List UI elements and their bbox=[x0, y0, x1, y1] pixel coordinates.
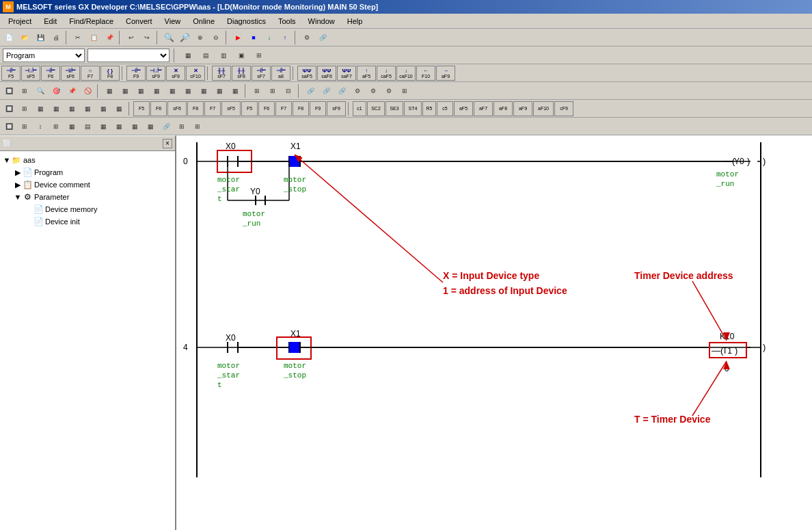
tb3-8[interactable]: ▦ bbox=[111, 101, 126, 116]
tb2-1[interactable]: 🔲 bbox=[1, 83, 16, 98]
zoom-in-button[interactable]: ⊕ bbox=[193, 30, 208, 45]
fkey-saf6[interactable]: ΨΨsaF6 bbox=[317, 66, 336, 81]
find-button[interactable]: 🔍 bbox=[161, 30, 176, 45]
fkey-sf7[interactable]: ╫╫sF7 bbox=[212, 66, 231, 81]
write-button[interactable]: ↓ bbox=[262, 30, 277, 45]
tb3-fkey3[interactable]: sF6 bbox=[167, 101, 187, 116]
fkey-f8[interactable]: { }F8 bbox=[100, 66, 120, 81]
monitor-stop-button[interactable]: ■ bbox=[246, 30, 261, 45]
menu-tools[interactable]: Tools bbox=[273, 16, 301, 27]
tb3-3[interactable]: ▦ bbox=[33, 101, 48, 116]
tb3-fkey10[interactable]: F8 bbox=[293, 101, 309, 116]
tree-item-parameter[interactable]: ▼ ⚙ Parameter bbox=[14, 191, 172, 203]
tb2-19[interactable]: 🔗 bbox=[303, 83, 318, 98]
tb2-22[interactable]: ⚙ bbox=[350, 83, 365, 98]
tb3-cf9[interactable]: cF9 bbox=[554, 101, 573, 116]
tb3-fkey5[interactable]: F7 bbox=[204, 101, 221, 116]
tb3-fkey6[interactable]: sF5 bbox=[221, 101, 241, 116]
menu-help[interactable]: Help bbox=[342, 16, 368, 27]
tb3-af8[interactable]: aF8 bbox=[493, 101, 513, 116]
tree-expand-parameter[interactable]: ▼ bbox=[14, 193, 22, 201]
tb2-14[interactable]: ▦ bbox=[212, 83, 227, 98]
prog-btn5[interactable]: ⊞ bbox=[252, 48, 267, 63]
tb3-af5[interactable]: aF5 bbox=[454, 101, 473, 116]
tb3-1[interactable]: 🔲 bbox=[1, 101, 16, 116]
program-dropdown[interactable]: Program bbox=[3, 49, 85, 62]
tb3-st4[interactable]: ST4 bbox=[404, 101, 422, 116]
tb2-15[interactable]: ▦ bbox=[228, 83, 243, 98]
redo-button[interactable]: ↪ bbox=[139, 30, 154, 45]
tb4-1[interactable]: 🔲 bbox=[1, 119, 16, 134]
tb3-2[interactable]: ⊞ bbox=[17, 101, 32, 116]
fkey-saf7[interactable]: ΨΨsaF7 bbox=[337, 66, 356, 81]
monitor-start-button[interactable]: ▶ bbox=[230, 30, 245, 45]
tb2-11[interactable]: ▦ bbox=[165, 83, 180, 98]
tb3-fkey12[interactable]: sF9 bbox=[327, 101, 346, 116]
prog-btn1[interactable]: ▦ bbox=[180, 48, 195, 63]
tb2-24[interactable]: ⚙ bbox=[381, 83, 396, 98]
tb2-25[interactable]: ⊞ bbox=[397, 83, 412, 98]
fkey-sf9[interactable]: ⊣↓⊢sF9 bbox=[146, 66, 165, 81]
tb2-21[interactable]: 🔗 bbox=[334, 83, 349, 98]
tb2-6[interactable]: 🚫 bbox=[80, 83, 95, 98]
tb3-fkey9[interactable]: F7 bbox=[275, 101, 292, 116]
prog-btn3[interactable]: ▥ bbox=[216, 48, 231, 63]
tb3-c1[interactable]: c1 bbox=[353, 101, 366, 116]
tb2-18[interactable]: ⊟ bbox=[281, 83, 296, 98]
tb3-af10[interactable]: aF10 bbox=[533, 101, 554, 116]
menu-online[interactable]: Online bbox=[187, 16, 220, 27]
tree-item-root[interactable]: ▼ 📁 aas bbox=[3, 154, 172, 166]
tb2-5[interactable]: 📌 bbox=[64, 83, 79, 98]
tb2-4[interactable]: 🎯 bbox=[49, 83, 64, 98]
tb3-fkey1[interactable]: F5 bbox=[133, 101, 150, 116]
tb3-6[interactable]: ▦ bbox=[80, 101, 95, 116]
tb3-sc2[interactable]: SC2 bbox=[367, 101, 385, 116]
menu-findreplace[interactable]: Find/Replace bbox=[64, 16, 119, 27]
tb4-6[interactable]: ▤ bbox=[80, 119, 95, 134]
fkey-af5[interactable]: ↑aF5 bbox=[357, 66, 376, 81]
tb3-af7[interactable]: aF7 bbox=[474, 101, 493, 116]
fkey-sf8[interactable]: ╫╫sF8 bbox=[232, 66, 251, 81]
fkey-f9[interactable]: ⊣⊢F9 bbox=[126, 66, 146, 81]
tb4-9[interactable]: ▦ bbox=[127, 119, 142, 134]
fkey-cf10[interactable]: ✕cF10 bbox=[186, 66, 205, 81]
new-button[interactable]: 📄 bbox=[1, 30, 16, 45]
tb4-2[interactable]: ⊞ bbox=[17, 119, 32, 134]
menu-window[interactable]: Window bbox=[303, 16, 340, 27]
tb3-se3[interactable]: SE3 bbox=[385, 101, 403, 116]
tb4-5[interactable]: ▦ bbox=[64, 119, 79, 134]
tb3-r5[interactable]: R5 bbox=[422, 101, 436, 116]
zoom-out-button[interactable]: ⊖ bbox=[208, 30, 224, 45]
tb3-fkey8[interactable]: F6 bbox=[258, 101, 275, 116]
tb4-10[interactable]: ▦ bbox=[143, 119, 158, 134]
tb4-13[interactable]: ⊞ bbox=[190, 119, 205, 134]
tb3-fkey11[interactable]: F9 bbox=[310, 101, 326, 116]
tree-item-device-comment[interactable]: ▶ 📋 Device comment bbox=[14, 178, 172, 191]
tb2-8[interactable]: ▦ bbox=[118, 83, 133, 98]
fkey-sf5[interactable]: ⊣↓⊢sF5 bbox=[21, 66, 40, 81]
tb4-8[interactable]: ▦ bbox=[111, 119, 126, 134]
undo-button[interactable]: ↩ bbox=[124, 30, 139, 45]
copy-button[interactable]: 📋 bbox=[86, 30, 101, 45]
tb3-af9[interactable]: aF9 bbox=[513, 101, 532, 116]
tb4-12[interactable]: ⊞ bbox=[174, 119, 189, 134]
tb2-13[interactable]: ▦ bbox=[196, 83, 211, 98]
program-dropdown2[interactable] bbox=[87, 49, 170, 62]
tree-expand-root[interactable]: ▼ bbox=[3, 156, 11, 164]
fkey-saf5[interactable]: ΨΨsaF5 bbox=[297, 66, 316, 81]
cut-button[interactable]: ✂ bbox=[70, 30, 85, 45]
fkey-a8[interactable]: ⊣⊢a8 bbox=[271, 66, 290, 81]
tb4-4[interactable]: ⊞ bbox=[49, 119, 64, 134]
save-button[interactable]: 💾 bbox=[33, 30, 48, 45]
paste-button[interactable]: 📌 bbox=[102, 30, 117, 45]
tb3-4[interactable]: ▦ bbox=[49, 101, 64, 116]
tb2-10[interactable]: ▦ bbox=[149, 83, 164, 98]
tree-expand-device-comment[interactable]: ▶ bbox=[14, 181, 22, 189]
menu-project[interactable]: Project bbox=[3, 16, 37, 27]
menu-convert[interactable]: Convert bbox=[120, 16, 158, 27]
menu-edit[interactable]: Edit bbox=[38, 16, 62, 27]
menu-diagnostics[interactable]: Diagnostics bbox=[221, 16, 271, 27]
fkey-f10[interactable]: ←F10 bbox=[416, 66, 435, 81]
fkey-caf10[interactable]: ↓caF10 bbox=[396, 66, 416, 81]
left-panel-close[interactable]: × bbox=[163, 139, 172, 148]
